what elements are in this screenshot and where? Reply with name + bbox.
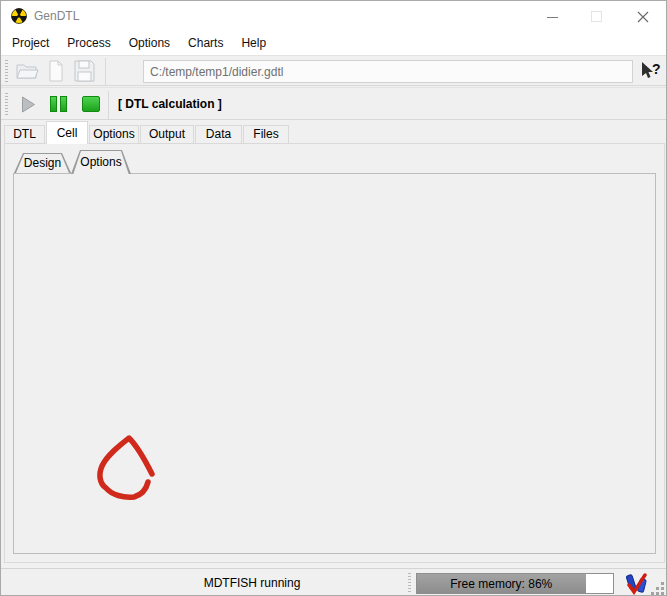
toolbar-grip[interactable] <box>5 93 8 115</box>
tab-cell[interactable]: Cell <box>46 121 88 144</box>
subtab-design[interactable]: Design <box>14 153 71 173</box>
tab-files[interactable]: Files <box>243 125 289 144</box>
window-title: GenDTL <box>34 9 79 23</box>
minimize-button[interactable] <box>547 17 558 18</box>
maximize-button[interactable] <box>591 11 602 22</box>
file-toolbar: ? <box>1 55 666 86</box>
run-toolbar: [ DTL calculation ] <box>1 87 666 120</box>
toolbar-grip[interactable] <box>5 60 8 82</box>
radiation-icon <box>11 8 27 24</box>
menu-process[interactable]: Process <box>58 32 119 54</box>
menu-project[interactable]: Project <box>3 32 58 54</box>
menu-help[interactable]: Help <box>232 32 275 54</box>
status-message: MDTFISH running <box>152 576 352 590</box>
run-status-label: [ DTL calculation ] <box>118 97 222 111</box>
tab-output[interactable]: Output <box>140 125 194 144</box>
play-icon[interactable] <box>21 96 36 113</box>
title-bar: GenDTL <box>1 1 666 31</box>
toolbar-separator <box>108 91 109 119</box>
new-file-icon[interactable] <box>48 60 64 82</box>
close-button[interactable] <box>637 11 649 23</box>
app-window: GenDTL Project Process Options Charts He… <box>0 0 667 596</box>
stop-icon[interactable] <box>82 96 100 112</box>
context-help-icon[interactable]: ? <box>640 61 662 83</box>
tab-dtl[interactable]: DTL <box>4 125 45 144</box>
subtab-options[interactable]: Options <box>71 150 131 174</box>
svg-text:?: ? <box>652 61 661 77</box>
tab-options[interactable]: Options <box>89 125 139 144</box>
memory-progress-fill: Free memory: 86% <box>417 574 586 593</box>
toolbar-separator <box>105 58 106 85</box>
pause-icon[interactable] <box>60 96 67 112</box>
pause-icon[interactable] <box>50 96 57 112</box>
menu-charts[interactable]: Charts <box>179 32 232 54</box>
tab-data[interactable]: Data <box>195 125 242 144</box>
options-subtab-panel <box>13 173 656 554</box>
tools-check-icon[interactable] <box>625 572 649 596</box>
statusbar-separator <box>408 573 411 593</box>
memory-progress-bar: Free memory: 86% <box>416 573 614 594</box>
menu-options[interactable]: Options <box>120 32 179 54</box>
open-file-icon[interactable] <box>15 61 39 81</box>
resize-grip[interactable] <box>661 592 664 595</box>
project-path-field[interactable] <box>143 60 633 83</box>
status-bar: MDTFISH running Free memory: 86% <box>1 568 666 596</box>
save-icon[interactable] <box>74 60 95 82</box>
menu-bar: Project Process Options Charts Help <box>1 31 666 55</box>
